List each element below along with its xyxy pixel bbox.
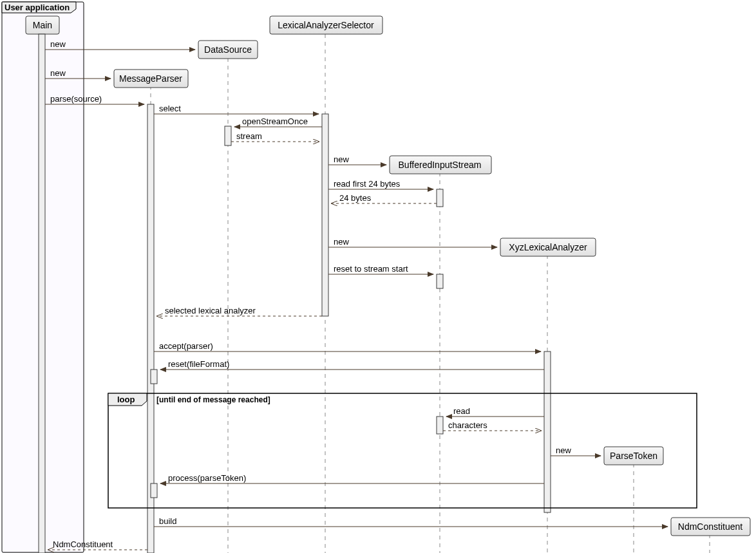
msg-new-datasource-label: new (50, 39, 66, 49)
sequence-diagram: User application Main LexicalAnalyzerSel… (0, 0, 756, 553)
bis-activation-2 (437, 274, 443, 288)
ndm-label: NdmConstituent (678, 521, 742, 532)
msg-24bytes-label: 24 bytes (339, 193, 372, 203)
main-activation (39, 34, 45, 553)
msg-new-xyz-label: new (334, 237, 349, 247)
msg-select-label: select (159, 104, 181, 113)
msg-resetstream-label: reset to stream start (334, 264, 408, 274)
msg-openstream-label: openStreamOnce (242, 117, 308, 126)
msg-readfirst-label: read first 24 bytes (334, 179, 401, 189)
selector-activation (322, 114, 328, 316)
mp-activation-2 (151, 370, 157, 384)
msg-stream-label: stream (236, 131, 262, 141)
parsetoken-label: ParseToken (610, 451, 657, 461)
mp-activation-3 (151, 483, 157, 498)
msg-build-label: build (159, 516, 176, 526)
msg-parse-label: parse(source) (50, 94, 102, 104)
xyz-label: XyzLexicalAnalyzer (509, 242, 587, 252)
loop-condition: [until end of message reached] (156, 395, 270, 404)
msg-accept-label: accept(parser) (159, 341, 213, 351)
datasource-label: DataSource (204, 44, 252, 55)
main-label: Main (33, 20, 52, 30)
bis-activation-3 (437, 417, 443, 434)
msg-read-label: read (453, 406, 470, 416)
bis-activation-1 (437, 189, 443, 207)
user-app-group-title: User application (5, 3, 70, 12)
msg-resetfmt-label: reset(fileFormat) (168, 359, 229, 369)
msg-new-pt-label: new (556, 445, 571, 455)
msg-ndmreturn-label: NdmConstituent (53, 539, 113, 549)
msg-new-mp-label: new (50, 68, 66, 78)
loop-title: loop (117, 395, 135, 404)
msg-new-bis-label: new (334, 155, 349, 164)
msg-process-label: process(parseToken) (168, 473, 246, 483)
selector-label: LexicalAnalyzerSelector (278, 20, 374, 30)
ds-activation (225, 126, 231, 145)
messageparser-label: MessageParser (119, 73, 182, 84)
xyz-activation (544, 351, 551, 512)
buffered-label: BufferedInputStream (399, 160, 482, 170)
msg-chars-label: characters (448, 420, 487, 430)
msg-selected-label: selected lexical analyzer (165, 306, 256, 315)
